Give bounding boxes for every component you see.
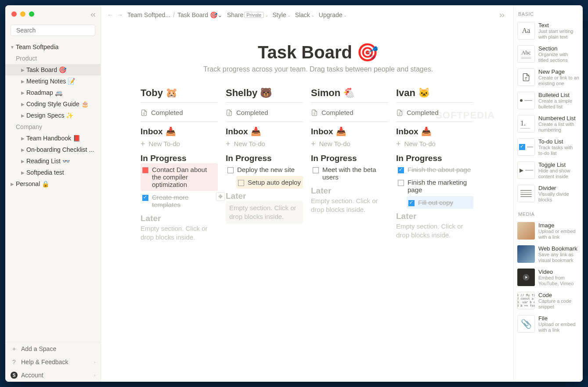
sidebar-item[interactable]: ▶Reading List 👓 bbox=[5, 155, 101, 167]
sidebar-root[interactable]: ▼Team Softpedia bbox=[5, 41, 101, 53]
nav-forward-icon[interactable]: → bbox=[117, 11, 123, 18]
section-inbox[interactable]: Inbox 📥 bbox=[396, 126, 473, 136]
empty-section[interactable]: Empty section. Click or drop blocks insi… bbox=[141, 223, 218, 242]
section-inbox[interactable]: Inbox 📥 bbox=[141, 126, 218, 136]
sidebar-tree: ▼Team Softpedia Product ▶Task Board 🎯▶Me… bbox=[5, 41, 101, 342]
insert-block-image[interactable]: ImageUpload or embed with a link bbox=[514, 219, 583, 243]
checkbox-icon[interactable] bbox=[398, 180, 404, 186]
sidebar-item[interactable]: ▶Softpedia test bbox=[5, 167, 101, 178]
section-inbox[interactable]: Inbox 📥 bbox=[311, 126, 388, 136]
checkbox-icon[interactable] bbox=[142, 167, 148, 173]
new-todo-button[interactable]: +New To-do bbox=[311, 136, 388, 151]
todo-item[interactable]: Meet with the beta users bbox=[311, 163, 388, 183]
checkbox-icon[interactable] bbox=[238, 180, 244, 186]
todo-item[interactable]: Create more templates bbox=[141, 191, 218, 211]
maximize-window-icon[interactable] bbox=[29, 11, 34, 17]
completed-link[interactable]: Completed bbox=[311, 107, 388, 122]
todo-item[interactable]: Fill out copy bbox=[407, 196, 473, 209]
section-inbox[interactable]: Inbox 📥 bbox=[226, 126, 303, 136]
nav-back-icon[interactable]: ← bbox=[107, 11, 113, 18]
slack-menu[interactable]: Slack⌄ bbox=[295, 11, 314, 18]
completed-link[interactable]: Completed bbox=[226, 107, 303, 122]
sidebar-item[interactable]: ▶Meeting Notes 📝 bbox=[5, 75, 101, 87]
sidebar: ▼Team Softpedia Product ▶Task Board 🎯▶Me… bbox=[5, 5, 101, 382]
new-todo-button[interactable]: +New To-do bbox=[141, 136, 218, 151]
insert-panel: BASIC AaTextJust start writing with plai… bbox=[513, 5, 583, 382]
page-title[interactable]: Task Board 🎯 bbox=[258, 42, 379, 63]
sidebar-bottom-item[interactable]: ?Help & Feedback› bbox=[5, 355, 101, 369]
sidebar-bottom: +Add a Space?Help & Feedback›SAccount› bbox=[5, 342, 101, 382]
insert-block-section[interactable]: AbcSectionOrganize with titled sections bbox=[514, 43, 583, 66]
task-board: Toby 🐹CompletedInbox 📥+New To-doIn Progr… bbox=[141, 87, 496, 242]
section-inprogress[interactable]: In Progress bbox=[396, 154, 473, 163]
crumb-workspace[interactable]: Team Softped... bbox=[127, 11, 170, 18]
insert-block-text[interactable]: AaTextJust start writing with plain text bbox=[514, 19, 583, 43]
todo-item[interactable]: Finish the marketing page bbox=[396, 176, 473, 196]
close-window-icon[interactable] bbox=[11, 11, 17, 17]
section-inprogress[interactable]: In Progress bbox=[226, 154, 303, 163]
insert-block-video[interactable]: VideoEmbed from YouTube, Vimeo bbox=[514, 266, 583, 289]
share-menu[interactable]: Share Private⌄ bbox=[227, 11, 268, 18]
minimize-window-icon[interactable] bbox=[20, 11, 25, 17]
insert-block-to-do-list[interactable]: ✓To-do ListTrack tasks with to-do list bbox=[514, 136, 583, 159]
insert-block-toggle-list[interactable]: ▶Toggle ListHide and show content inside bbox=[514, 159, 583, 182]
new-todo-button[interactable]: +New To-do bbox=[396, 136, 473, 151]
sidebar-bottom-item[interactable]: +Add a Space bbox=[5, 342, 101, 355]
sidebar-group-product[interactable]: Product bbox=[5, 53, 101, 64]
column-person[interactable]: Toby 🐹 bbox=[141, 87, 218, 102]
section-later[interactable]: Later bbox=[141, 214, 218, 223]
todo-item[interactable]: Contact Dan about the compiler optimizat… bbox=[141, 163, 218, 191]
insert-block-web-bookmark[interactable]: Web BookmarkSave any link as visual book… bbox=[514, 243, 583, 266]
todo-item[interactable]: Deploy the new site bbox=[226, 163, 303, 176]
sidebar-group-company[interactable]: Company bbox=[5, 121, 101, 133]
sidebar-item[interactable]: ▶Task Board 🎯 bbox=[5, 64, 101, 75]
sidebar-personal[interactable]: ▶Personal 🔒 bbox=[5, 178, 101, 190]
sidebar-item[interactable]: ▶On-boarding Checklist ... bbox=[5, 144, 101, 155]
section-later[interactable]: Later bbox=[226, 191, 303, 201]
upgrade-menu[interactable]: Upgrade⌄ bbox=[319, 11, 347, 18]
completed-link[interactable]: Completed bbox=[396, 107, 473, 122]
checkbox-icon[interactable] bbox=[408, 200, 415, 206]
column-person[interactable]: Ivan 🐱 bbox=[396, 87, 473, 102]
page-subtitle: Track progress across your team. Drag ta… bbox=[141, 65, 496, 73]
checkbox-icon[interactable] bbox=[142, 195, 148, 201]
checkbox-icon[interactable] bbox=[313, 167, 319, 173]
checkbox-icon[interactable] bbox=[227, 167, 234, 173]
todo-item[interactable]: Finish the about page bbox=[396, 163, 473, 176]
search-input[interactable] bbox=[16, 27, 93, 34]
board-column: Toby 🐹CompletedInbox 📥+New To-doIn Progr… bbox=[141, 87, 218, 242]
traffic-lights bbox=[11, 11, 34, 17]
checkbox-icon[interactable] bbox=[398, 167, 404, 173]
style-menu[interactable]: Style⌄ bbox=[273, 11, 291, 18]
topbar: ← → Team Softped... / Task Board 🎯⌄ Shar… bbox=[101, 5, 513, 25]
insert-block-numbered-list[interactable]: 1.Numbered ListCreate a list with number… bbox=[514, 112, 583, 136]
completed-link[interactable]: Completed bbox=[141, 107, 218, 122]
page-header: Task Board 🎯 Track progress across your … bbox=[141, 42, 496, 73]
section-later[interactable]: Later bbox=[311, 186, 388, 196]
section-later[interactable]: Later bbox=[396, 211, 473, 221]
section-inprogress[interactable]: In Progress bbox=[311, 154, 388, 163]
sidebar-bottom-item[interactable]: SAccount› bbox=[5, 369, 101, 382]
sidebar-item[interactable]: ▶Design Specs ✨ bbox=[5, 110, 101, 121]
section-inprogress[interactable]: In Progress bbox=[141, 154, 218, 163]
sidebar-item[interactable]: ▶Roadmap 🚐 bbox=[5, 87, 101, 98]
column-person[interactable]: Simon 🐔 bbox=[311, 87, 388, 102]
empty-section[interactable]: Empty section. Click or drop blocks insi… bbox=[311, 196, 388, 214]
insert-block-divider[interactable]: DividerVisually divide blocks bbox=[514, 182, 583, 205]
search-box[interactable] bbox=[11, 25, 95, 36]
empty-section[interactable]: Empty section. Click or drop blocks insi… bbox=[396, 221, 473, 240]
insert-block-bulleted-list[interactable]: Bulleted ListCreate a simple bulleted li… bbox=[514, 89, 583, 112]
sidebar-item[interactable]: ▶Team Handbook 📕 bbox=[5, 133, 101, 144]
insert-header-basic: BASIC bbox=[514, 5, 583, 19]
rightpanel-collapse-icon[interactable] bbox=[498, 11, 506, 21]
insert-block-new-page[interactable]: New PageCreate or link to an existing on… bbox=[514, 66, 583, 89]
nav-arrows: ← → bbox=[107, 11, 123, 18]
insert-block-code[interactable]: 1 // My fi 2 const a 3 var b = 4 b += fo… bbox=[514, 289, 583, 312]
todo-item[interactable]: Setup auto deploy bbox=[236, 176, 303, 189]
crumb-page[interactable]: Task Board 🎯⌄ bbox=[177, 11, 223, 18]
new-todo-button[interactable]: +New To-do bbox=[226, 136, 303, 151]
empty-section[interactable]: Empty section. Click or drop blocks insi… bbox=[226, 201, 303, 224]
sidebar-item[interactable]: ▶Coding Style Guide 🎂 bbox=[5, 98, 101, 110]
insert-block-file[interactable]: 📎FileUpload or embed with a link bbox=[514, 312, 583, 336]
column-person[interactable]: Shelby 🐻 bbox=[226, 87, 303, 102]
